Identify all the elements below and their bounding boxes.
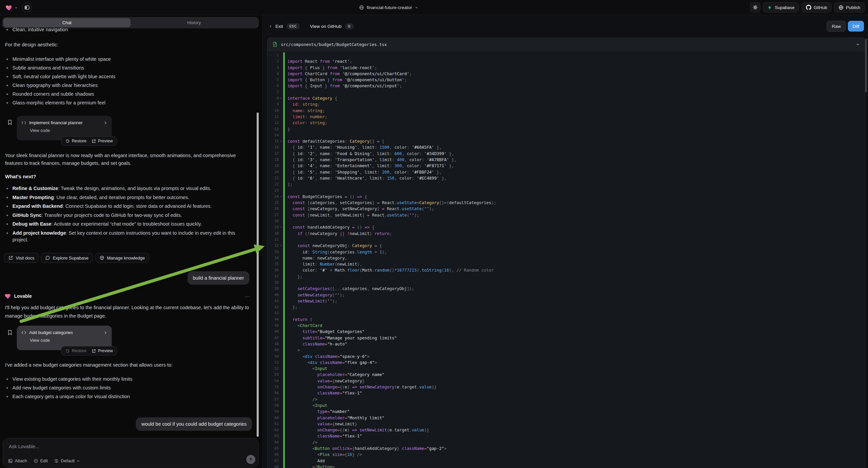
restore-icon [65,349,70,353]
code-line: 8▾interface Category { [268,95,865,101]
view-code-link[interactable]: View code [30,338,107,343]
sliders-icon [54,459,59,463]
collapse-chevron-up-icon[interactable] [856,42,860,47]
code-line: 17 { id: '2', name: 'Food & Dining', lim… [268,151,865,157]
github-button[interactable]: GitHub [802,2,831,12]
code-scrollbar[interactable] [865,39,867,92]
version-actions: Restore Preview [61,346,117,355]
view-on-github-link[interactable]: View on GitHub [310,24,342,29]
bullet-dot [6,197,8,198]
esc-key-badge: esc [287,24,300,29]
list-item: Master Prompting: Use clear, detailed, a… [12,194,189,201]
code-line: 28 [268,218,865,224]
bullet-dot [6,58,8,60]
code-line: 13} [268,126,865,132]
code-line: 52 <Input [268,365,865,372]
bookmark-icon[interactable] [7,119,12,125]
send-button[interactable] [246,455,255,464]
lovable-avatar-heart-icon [5,293,11,299]
raw-toggle-button[interactable]: Raw [827,21,846,32]
code-line: 60 placeholder="Monthly limit" [268,415,865,421]
quick-action-buttons: Visit docs Explore Supabase Manage knowl… [4,253,149,263]
code-line: 63 className="flex-1" [268,433,865,439]
code-line: 43 [268,310,865,316]
sidebar-toggle-button[interactable] [23,3,32,12]
code-line: 22]; [268,181,865,187]
file-path-bar[interactable]: src/components/budget/BudgetCategories.t… [268,38,865,51]
code-line: 53 placeholder="Category name" [268,372,865,378]
publish-button[interactable]: Publish [834,2,865,12]
chevron-right-icon [103,331,107,335]
assistant-paragraph: I've added a new budget categories manag… [5,361,256,369]
visit-docs-button[interactable]: Visit docs [4,253,39,263]
code-line: 55 onChange={(e) => setNewCategory(e.tar… [268,384,865,390]
code-line: 24▾const BudgetCategories = () => { [268,194,865,200]
code-line: 47 subtitle="Manage your spending limits… [268,335,865,341]
code-line: 67 Add [268,458,865,464]
chevron-right-icon [103,121,107,125]
chat-scrollbar[interactable] [257,113,259,437]
supabase-button[interactable]: Supabase [763,2,799,12]
view-code-link[interactable]: View code [30,128,107,133]
list-item: Expand with Backend: Connect Supabase to… [12,203,212,210]
publish-globe-icon [838,5,843,10]
code-line: 9 id: string; [268,101,865,108]
project-switcher[interactable]: financial-future-creator [359,0,418,15]
g-key-badge: G [345,24,353,29]
code-line: 41 setNewLimit(''); [268,298,865,304]
preview-button[interactable]: Preview [92,139,113,143]
bullet-dot [6,102,8,104]
diff-toggle-button[interactable]: Diff [848,21,864,32]
list-item: GitHub Sync: Transfer your project's cod… [12,212,182,219]
bullet-dot [6,232,8,234]
explore-supabase-button[interactable]: Explore Supabase [41,253,93,263]
settings-button[interactable] [750,2,760,12]
version-card-title: Add budget categories [29,330,73,335]
code-line: 64 /> [268,439,865,445]
message-menu-button[interactable]: ⋯ [245,294,250,300]
list-item: View existing budget categories with the… [12,376,132,382]
bullet-dot [6,85,8,86]
composer-input[interactable]: Ask Lovable... [9,444,39,449]
bullet-dot [6,67,8,69]
code-line: 57 /> [268,397,865,403]
code-brackets-icon [22,121,26,124]
design-bullet-list: Minimalist interface with plenty of whit… [0,56,252,108]
list-item: Refine & Customize: Tweak the design, an… [12,185,211,192]
list-item: Clean, intuitive navigation [12,26,68,33]
code-line: 19 { id: '4', name: 'Entertainment', lim… [268,163,865,169]
tab-chat[interactable]: Chat [3,18,130,27]
lovable-logo-heart-icon[interactable] [5,4,13,11]
code-line: 14 [268,132,865,138]
chat-bubble-icon [45,256,50,260]
supabase-bolt-icon [767,5,772,10]
manage-knowledge-button[interactable]: Manage knowledge [95,253,149,263]
edit-mode-button[interactable]: Edit [34,458,48,463]
logo-chevron-down-icon[interactable] [14,6,18,9]
preview-button[interactable]: Preview [92,349,113,353]
code-line: 3import { Plus } from 'lucide-react'; [268,65,865,71]
code-line: 62 onChange={(e) => setNewLimit(e.target… [268,427,865,433]
tab-history[interactable]: History [130,18,258,27]
assistant-paragraph: Your sleek financial planner is now read… [5,152,254,167]
restore-button[interactable]: Restore [65,349,87,353]
code-line: 49 > [268,347,865,353]
exit-button[interactable]: Exit [269,24,283,29]
code-line: 39 setCategories([...categories, newCate… [268,286,865,292]
attach-button[interactable]: Attach [8,458,27,463]
bookmark-icon[interactable] [7,330,12,335]
github-icon [806,5,811,10]
model-selector[interactable]: Default [54,458,80,463]
restore-button[interactable]: Restore [65,139,87,143]
version-card-title: Implement financial planner [29,120,83,125]
code-viewer: src/components/budget/BudgetCategories.t… [267,38,865,468]
code-line: 45 <ChartCard [268,323,865,329]
code-line: 50 <div className="space-y-6"> [268,353,865,359]
bullet-dot [6,378,8,380]
code-line: 18 { id: '3', name: 'Transportation', li… [268,157,865,163]
chat-panel: Chat History Clean, intuitive navigation… [0,15,263,468]
code-line: 21 { id: '6', name: 'Healthcare', limit:… [268,175,865,181]
bullet-dot [6,214,8,216]
code-line: 54 value={newCategory} [268,378,865,384]
code-brackets-icon [22,331,26,334]
